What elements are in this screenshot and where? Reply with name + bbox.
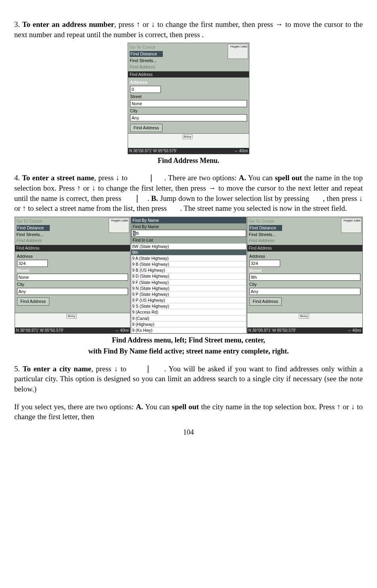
text: to — [120, 174, 130, 182]
text: . There are two options: — [164, 174, 239, 182]
screenshot-triple: Hogan Lake Go To Cursor Find Distance Fi… — [14, 217, 363, 334]
pipe: | — [149, 173, 153, 182]
text: to change the first letter, then press — [96, 184, 208, 192]
lead: 3. — [14, 20, 22, 28]
street-label: Street — [17, 268, 128, 274]
scale: ↔ 40mi — [115, 328, 128, 333]
text: the city name in the top selection box. … — [199, 403, 337, 411]
coords: N 36°08.971' W 95°50.579' — [16, 328, 64, 333]
list-item[interactable]: 9 (Highway) — [131, 321, 246, 327]
bold-phrase: To enter a street name — [22, 174, 94, 182]
menu-item[interactable]: Find Address — [130, 64, 247, 70]
city-label: City — [249, 282, 360, 287]
titlebar: Find Address — [128, 72, 249, 78]
text: , press — [114, 20, 136, 28]
up-arrow-icon: ↑ — [23, 204, 26, 212]
text: , press — [91, 365, 114, 373]
map-thumbnail: Hogan Lake — [341, 218, 362, 233]
down-arrow-icon: ↓ — [92, 184, 96, 192]
screenshot-find-address: Hogan Lake Go To Cursor Find Distance Fi… — [128, 43, 249, 154]
city-field[interactable]: Any — [130, 114, 247, 121]
popup-menu: Hogan Lake Go To Cursor Find Distance Fi… — [15, 217, 130, 245]
list-item[interactable]: 9th — [131, 250, 246, 255]
up-arrow-icon: ↑ — [77, 184, 81, 192]
paragraph-4: 4. To enter a street name, press ↓ to | … — [14, 173, 363, 214]
popup-menu: Hogan Lake Go To Cursor Find Distance Fi… — [128, 43, 249, 71]
spell-out: spell out — [172, 403, 199, 411]
street-field[interactable]: 9th — [249, 274, 360, 281]
map-strip: Bixby — [15, 313, 130, 327]
option-b: B. — [151, 194, 158, 202]
coords: N 36°08.971' W 95°50.579' — [249, 328, 296, 333]
text: , press — [94, 174, 116, 182]
list-item[interactable]: 9 S (State Highway) — [131, 303, 246, 309]
form-body: Address 324 Street 9th City Any Find Add… — [247, 251, 362, 313]
text: to select a street name from the list, t… — [26, 204, 169, 212]
list-item[interactable]: 9 A (State Highway) — [131, 255, 246, 261]
bixby-label: Bixby — [66, 314, 77, 319]
list-item[interactable]: 9 (Ks Hwy) — [131, 327, 246, 333]
scale: ↔ 40mi — [234, 148, 248, 154]
street-list[interactable]: 8W (State Highway)9th9 A (State Highway)… — [131, 244, 246, 334]
screenshot-center: Find By Name Find By Name 9th Find In Li… — [131, 217, 247, 334]
text: . — [202, 30, 204, 39]
map-lake-label: Hogan Lake — [230, 45, 247, 48]
list-item[interactable]: 9 D (State Highway) — [131, 273, 246, 279]
text: . The street name you selected is now in… — [180, 204, 347, 212]
text: to change the first number, then press — [155, 20, 275, 28]
city-label: City — [17, 282, 128, 287]
address-label: Address — [17, 253, 128, 259]
list-item[interactable]: 9 P (US Highway) — [131, 297, 246, 303]
find-in-list-label: Find In List — [131, 237, 246, 243]
text: You can — [246, 174, 275, 182]
address-field[interactable]: 0 — [130, 86, 161, 93]
find-by-name-label: Find By Name — [131, 223, 246, 230]
coords: N 36°08.971' W 95°50.579' — [129, 148, 177, 154]
address-field[interactable]: 324 — [249, 260, 280, 267]
street-field[interactable]: None — [130, 100, 247, 107]
bixby-label: Bixby — [299, 314, 309, 319]
menu-item[interactable]: Find Address — [249, 238, 361, 244]
paragraph-6: If you select yes, there are two options… — [14, 402, 363, 422]
menu-item-selected[interactable]: Find Distance — [17, 225, 50, 231]
text: Jump down to the lower selection list by… — [158, 194, 311, 202]
text: or — [341, 403, 351, 411]
list-item[interactable]: 9 P (State Highway) — [131, 291, 246, 297]
status-bar: N 36°08.971' W 95°50.579' ↔ 40mi — [128, 148, 249, 154]
city-field[interactable]: Any — [17, 288, 128, 295]
list-item[interactable]: 9 B (State Highway) — [131, 261, 246, 267]
up-arrow-icon: ↑ — [136, 20, 140, 28]
text: , then press — [323, 194, 359, 202]
list-item[interactable]: 9 (Canal) — [131, 316, 246, 321]
option-a: A. — [136, 403, 143, 411]
down-arrow-icon: ↓ — [116, 174, 120, 182]
down-arrow-icon: ↓ — [359, 194, 363, 202]
menu-item[interactable]: Find Address — [17, 238, 128, 244]
address-field[interactable]: 324 — [17, 260, 48, 267]
map-thumbnail: Hogan Lake — [109, 218, 129, 233]
find-address-button[interactable]: Find Address — [17, 297, 49, 306]
option-a: A. — [239, 174, 246, 182]
street-field[interactable]: None — [17, 274, 128, 281]
map-thumbnail: Hogan Lake — [228, 44, 248, 59]
list-item[interactable]: 9 B (US Highway) — [131, 267, 246, 273]
titlebar: Find Address — [15, 245, 130, 251]
city-field[interactable]: Any — [249, 288, 360, 295]
list-item[interactable]: 9 (Access Rd) — [131, 309, 246, 315]
map-lake-label: Hogan Lake — [343, 219, 360, 222]
find-by-name-input[interactable]: 9th — [131, 230, 246, 237]
menu-item-selected[interactable]: Find Distance — [249, 225, 282, 231]
menu-item-selected[interactable]: Find Distance — [130, 51, 163, 57]
titlebar: Find Address — [247, 245, 362, 251]
paragraph-3: 3. To enter an address number, press ↑ o… — [14, 19, 363, 40]
right-arrow-icon: → — [208, 184, 216, 192]
input-rest: th — [136, 231, 139, 236]
find-address-button[interactable]: Find Address — [249, 297, 282, 306]
bold-phrase: To enter an address number — [22, 20, 114, 28]
list-item[interactable]: 8W (State Highway) — [131, 244, 246, 250]
list-item[interactable]: 9 F (State Highway) — [131, 280, 246, 285]
list-item[interactable]: 9 N (State Highway) — [131, 285, 246, 291]
map-lake-label: Hogan Lake — [111, 219, 128, 222]
screenshot-right: Hogan Lake Go To Cursor Find Distance Fi… — [247, 217, 363, 334]
find-address-button[interactable]: Find Address — [130, 124, 162, 132]
